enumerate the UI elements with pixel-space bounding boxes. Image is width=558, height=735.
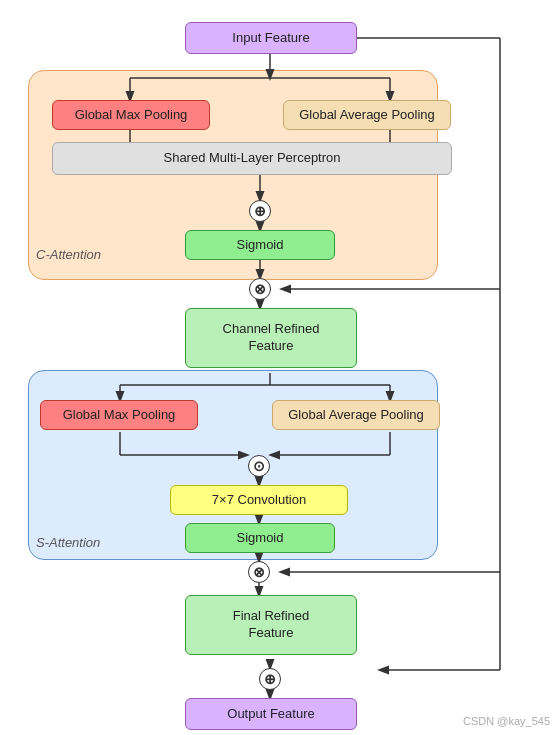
s-attention-label: S-Attention <box>36 535 100 550</box>
c-attention-label: C-Attention <box>36 247 101 262</box>
diagram: C-Attention S-Attention <box>0 0 558 735</box>
multiply-circle-c: ⊗ <box>249 278 271 300</box>
final-refined-feature-box: Final Refined Feature <box>185 595 357 655</box>
plus-out-circle: ⊕ <box>259 668 281 690</box>
concat-circle-s: ⊙ <box>248 455 270 477</box>
global-max-pooling-c-box: Global Max Pooling <box>52 100 210 130</box>
sigmoid-s-box: Sigmoid <box>185 523 335 553</box>
global-max-pooling-s-box: Global Max Pooling <box>40 400 198 430</box>
output-feature-box: Output Feature <box>185 698 357 730</box>
conv7x7-box: 7×7 Convolution <box>170 485 348 515</box>
global-avg-pooling-c-box: Global Average Pooling <box>283 100 451 130</box>
global-avg-pooling-s-box: Global Average Pooling <box>272 400 440 430</box>
input-feature-box: Input Feature <box>185 22 357 54</box>
watermark: CSDN @kay_545 <box>463 715 550 727</box>
shared-mlp-box: Shared Multi-Layer Perceptron <box>52 142 452 175</box>
channel-refined-feature-box: Channel Refined Feature <box>185 308 357 368</box>
plus-circle-c: ⊕ <box>249 200 271 222</box>
sigmoid-c-box: Sigmoid <box>185 230 335 260</box>
multiply-circle-s: ⊗ <box>248 561 270 583</box>
